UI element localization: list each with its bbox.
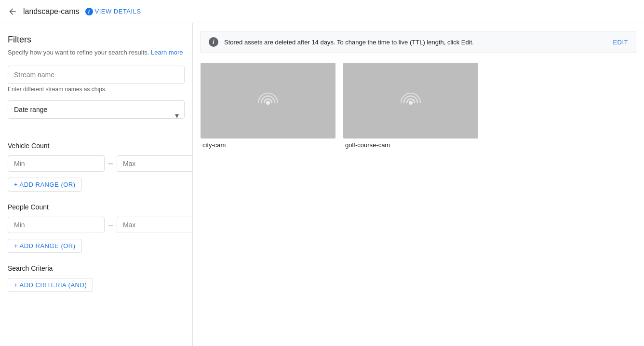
stream-name-input[interactable] <box>8 66 185 84</box>
vehicle-count-range: – <box>8 155 185 172</box>
vehicle-count-label: Vehicle Count <box>8 142 185 150</box>
banner-info-icon: i <box>209 37 218 47</box>
search-criteria-label: Search Criteria <box>8 264 185 272</box>
camera-thumbnail-city-cam <box>201 63 335 138</box>
page-title: landscape-cams <box>23 7 80 16</box>
date-range-select[interactable]: Date range Last 24 hours Last 7 days Las… <box>8 100 185 119</box>
banner-edit-button[interactable]: EDIT <box>613 39 628 46</box>
svg-point-0 <box>266 101 270 105</box>
add-people-range-button[interactable]: + ADD RANGE (OR) <box>8 239 82 253</box>
range-dash-people: – <box>108 221 113 229</box>
camera-name-city-cam: city-cam <box>201 141 335 149</box>
date-range-wrapper: Date range Last 24 hours Last 7 days Las… <box>8 100 185 130</box>
main-layout: Filters Specify how you want to refine y… <box>0 23 644 346</box>
content-area: i Stored assets are deleted after 14 day… <box>193 23 644 346</box>
vehicle-min-input[interactable] <box>8 155 105 172</box>
people-count-label: People Count <box>8 203 185 211</box>
camera-name-golf-course-cam: golf-course-cam <box>343 141 478 149</box>
camera-card-city-cam[interactable]: city-cam <box>201 63 335 149</box>
info-icon: i <box>85 8 93 15</box>
people-min-input[interactable] <box>8 217 105 233</box>
vehicle-max-input[interactable] <box>117 155 193 172</box>
camera-thumbnail-golf-course-cam <box>343 63 478 138</box>
camera-grid: city-cam golf-course-cam <box>201 63 636 149</box>
people-count-range: – <box>8 217 185 233</box>
add-criteria-button[interactable]: + ADD CRITERIA (AND) <box>8 278 93 292</box>
add-vehicle-range-button[interactable]: + ADD RANGE (OR) <box>8 178 82 192</box>
view-details-label: VIEW DETAILS <box>95 8 141 15</box>
banner-text: Stored assets are deleted after 14 days.… <box>224 39 607 46</box>
filters-subtitle: Specify how you want to refine your sear… <box>8 49 185 56</box>
header: landscape-cams i VIEW DETAILS <box>0 0 644 23</box>
people-max-input[interactable] <box>117 217 193 233</box>
stream-name-hint: Enter different stream names as chips. <box>8 86 185 93</box>
view-details-button[interactable]: i VIEW DETAILS <box>85 8 141 15</box>
svg-point-1 <box>409 101 413 105</box>
back-button[interactable] <box>8 7 17 16</box>
range-dash-vehicle: – <box>108 159 113 168</box>
filters-title: Filters <box>8 35 185 45</box>
sidebar: Filters Specify how you want to refine y… <box>0 23 193 346</box>
camera-card-golf-course-cam[interactable]: golf-course-cam <box>343 63 478 149</box>
info-banner: i Stored assets are deleted after 14 day… <box>201 31 636 53</box>
learn-more-link[interactable]: Learn more <box>151 49 183 56</box>
